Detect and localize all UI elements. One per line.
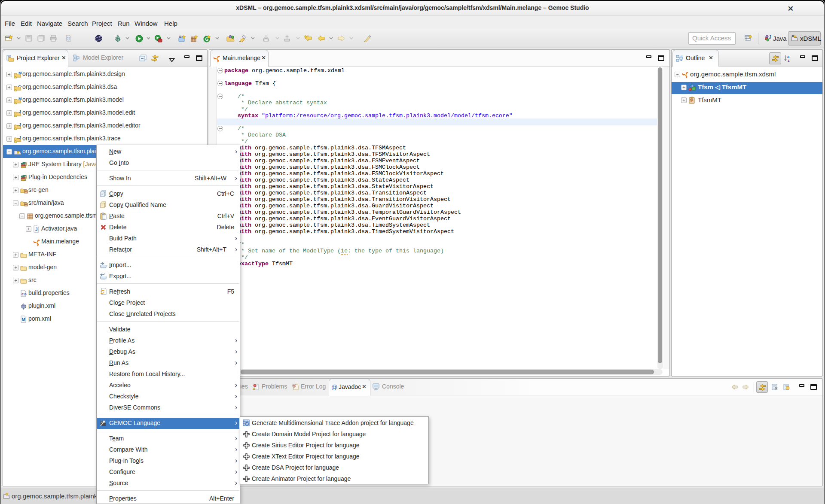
svg-text:J: J (35, 227, 38, 232)
svg-text:Gr: Gr (179, 35, 183, 39)
svg-text:M: M (18, 97, 22, 101)
svg-text:J: J (769, 34, 771, 39)
svg-text:z: z (788, 58, 790, 62)
svg-text:M: M (18, 71, 22, 75)
svg-text:M: M (22, 317, 25, 322)
svg-text:010: 010 (21, 293, 27, 296)
svg-text:J: J (19, 109, 21, 114)
svg-text:@: @ (331, 384, 337, 391)
svg-text:J: J (19, 135, 21, 140)
svg-text:J: J (19, 122, 21, 127)
